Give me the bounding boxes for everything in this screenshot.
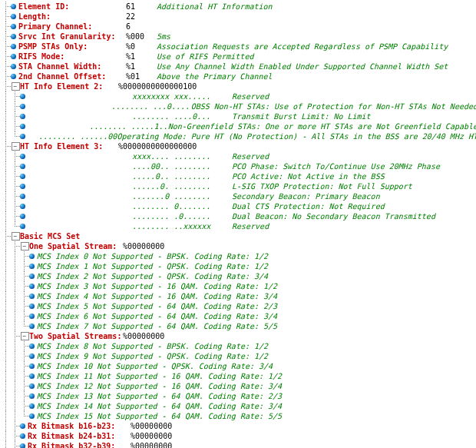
bitmask: ........ .....1.. bbox=[89, 121, 167, 131]
bullet-icon bbox=[29, 353, 35, 359]
bit-desc: Reserved bbox=[232, 221, 269, 231]
label: Primary Channel: bbox=[18, 22, 126, 32]
mcs-desc: MCS Index 7 Not Supported - 64 QAM. Codi… bbox=[37, 321, 277, 331]
label: One Spatial Stream: bbox=[29, 241, 118, 251]
mcs-desc: MCS Index 0 Not Supported - BPSK. Coding… bbox=[37, 251, 268, 261]
mcs-item: MCS Index 11 Not Supported - 16 QAM. Cod… bbox=[2, 371, 476, 381]
mcs-desc: MCS Index 15 Not Supported - 64 QAM. Cod… bbox=[37, 411, 282, 421]
section-ht3[interactable]: −HT Info Element 3:%0000000000000000 bbox=[2, 141, 476, 151]
value: %00000000 bbox=[131, 441, 172, 448]
mcs-desc: MCS Index 13 Not Supported - 64 QAM. Cod… bbox=[37, 391, 282, 401]
bullet-icon bbox=[20, 433, 25, 439]
field-length: Length:22 bbox=[2, 12, 476, 22]
bitfield: xxxx.... ........Reserved bbox=[2, 151, 476, 161]
section-basic-mcs[interactable]: −Basic MCS Set bbox=[2, 231, 476, 241]
mcs-item: MCS Index 9 Not Supported - QPSK. Coding… bbox=[2, 351, 476, 361]
bullet-icon bbox=[29, 393, 35, 399]
label: Rx Bitmask b32-b39: bbox=[28, 441, 126, 448]
bitmask: .......0 ........ bbox=[132, 191, 232, 201]
mcs-item: MCS Index 0 Not Supported - BPSK. Coding… bbox=[2, 251, 476, 261]
bullet-icon bbox=[20, 423, 25, 429]
label: Two Spatial Streams: bbox=[29, 331, 118, 341]
bullet-icon bbox=[20, 94, 25, 99]
mcs-desc: MCS Index 6 Not Supported - 64 QAM. Codi… bbox=[37, 311, 277, 321]
bullet-icon bbox=[29, 343, 35, 349]
bullet-icon bbox=[20, 114, 25, 119]
bullet-icon bbox=[11, 24, 16, 29]
bullet-icon bbox=[29, 363, 35, 369]
mcs-item: MCS Index 3 Not Supported - 16 QAM. Codi… bbox=[2, 281, 476, 291]
bullet-icon bbox=[20, 204, 25, 209]
bullet-icon bbox=[29, 274, 35, 279]
bitmask: .....0.. ........ bbox=[132, 171, 232, 181]
mcs-desc: MCS Index 11 Not Supported - 16 QAM. Cod… bbox=[37, 371, 282, 381]
bullet-icon bbox=[11, 64, 16, 69]
bitmask: ........ 0....... bbox=[132, 201, 232, 211]
bitmask: ......0. ........ bbox=[132, 181, 232, 191]
bitfield: ........ .0......Dual Beacon: No Seconda… bbox=[2, 211, 476, 221]
label: Srvc Int Granularity: bbox=[18, 32, 126, 41]
description: Above the Primary Channel bbox=[157, 71, 273, 81]
mcs-item: MCS Index 13 Not Supported - 64 QAM. Cod… bbox=[2, 391, 476, 401]
mcs-desc: MCS Index 4 Not Supported - 16 QAM. Codi… bbox=[37, 291, 277, 301]
bullet-icon bbox=[20, 214, 25, 219]
mcs-desc: MCS Index 12 Not Supported - 16 QAM. Cod… bbox=[37, 381, 282, 391]
bullet-icon bbox=[11, 4, 16, 9]
mcs-item: MCS Index 12 Not Supported - 16 QAM. Cod… bbox=[2, 381, 476, 391]
bullet-icon bbox=[20, 194, 25, 199]
label: Element ID: bbox=[18, 2, 126, 12]
value: 61 bbox=[126, 2, 157, 12]
bit-desc: Reserved bbox=[232, 91, 269, 101]
label: Basic MCS Set bbox=[20, 231, 80, 241]
field-elementId: Element ID:61Additional HT Information bbox=[2, 2, 476, 12]
mcs-item: MCS Index 1 Not Supported - QPSK. Coding… bbox=[2, 261, 476, 271]
bitfield: ........ ......00Operating Mode: Pure HT… bbox=[2, 131, 476, 141]
bitfield: ........ ....0...Transmit Burst Limit: N… bbox=[2, 111, 476, 121]
value: %00000000 bbox=[131, 421, 172, 431]
mcs-desc: MCS Index 2 Not Supported - QPSK. Coding… bbox=[37, 271, 268, 281]
bullet-icon bbox=[11, 14, 16, 19]
label: HT Info Element 3: bbox=[20, 141, 118, 151]
bit-desc: PCO Active: Not Active in the BSS bbox=[232, 171, 385, 181]
bullet-icon bbox=[20, 184, 25, 189]
value: %1 bbox=[126, 51, 157, 61]
label: HT Info Element 2: bbox=[20, 81, 118, 91]
label: Rx Bitmask b24-b31: bbox=[28, 431, 126, 441]
bullet-icon bbox=[29, 264, 35, 269]
bitmask: xxxxxxxx xxx..... bbox=[132, 91, 232, 101]
field-secChOffset: 2nd Channel Offset:%01Above the Primary … bbox=[2, 71, 476, 81]
label: Length: bbox=[18, 12, 126, 22]
section-ht2[interactable]: −HT Info Element 2:%0000000000000100 bbox=[2, 81, 476, 91]
bitfield: .....0.. ........PCO Active: Not Active … bbox=[2, 171, 476, 181]
bit-desc: Dual Beacon: No Secondary Beacon Transmi… bbox=[232, 211, 435, 221]
mcs-desc: MCS Index 9 Not Supported - QPSK. Coding… bbox=[37, 351, 268, 361]
bullet-icon bbox=[20, 124, 25, 129]
bullet-icon bbox=[20, 164, 25, 169]
description: Additional HT Information bbox=[157, 2, 273, 12]
bitfield: xxxxxxxx xxx.....Reserved bbox=[2, 91, 476, 101]
value: %00000000 bbox=[123, 241, 164, 251]
value: 22 bbox=[126, 12, 157, 22]
bullet-icon bbox=[11, 74, 16, 79]
description: 5ms bbox=[157, 32, 170, 41]
mcs-item: MCS Index 8 Not Supported - BPSK. Coding… bbox=[2, 341, 476, 351]
field-primaryChannel: Primary Channel:6 bbox=[2, 22, 476, 32]
bullet-icon bbox=[20, 154, 25, 159]
bitfield: .......0 ........Secondary Beacon: Prima… bbox=[2, 191, 476, 201]
bit-desc: Operating Mode: Pure HT (No Protection) … bbox=[117, 131, 476, 141]
bit-desc: Dual CTS Protection: Not Required bbox=[232, 201, 385, 211]
section-ss1[interactable]: −One Spatial Stream: %00000000 bbox=[2, 241, 476, 251]
mcs-desc: MCS Index 3 Not Supported - 16 QAM. Codi… bbox=[37, 281, 277, 291]
section-ss2[interactable]: −Two Spatial Streams: %00000000 bbox=[2, 331, 476, 341]
bit-desc: Reserved bbox=[232, 151, 269, 161]
value: %000 bbox=[126, 32, 157, 41]
field-psmp: PSMP STAs Only:%0Association Requests ar… bbox=[2, 41, 476, 51]
mcs-item: MCS Index 4 Not Supported - 16 QAM. Codi… bbox=[2, 291, 476, 301]
bitfield: ........ 0.......Dual CTS Protection: No… bbox=[2, 201, 476, 211]
value: %0000000000000000 bbox=[118, 141, 197, 151]
bitmask: xxxx.... ........ bbox=[132, 151, 232, 161]
bit-desc: L-SIG TXOP Protection: Not Full Support bbox=[232, 181, 412, 191]
value: %00000000 bbox=[131, 431, 172, 441]
bit-desc: OBSS Non-HT STAs: Use of Protection for … bbox=[191, 101, 476, 111]
bitmask: ........ ....0... bbox=[132, 111, 232, 121]
